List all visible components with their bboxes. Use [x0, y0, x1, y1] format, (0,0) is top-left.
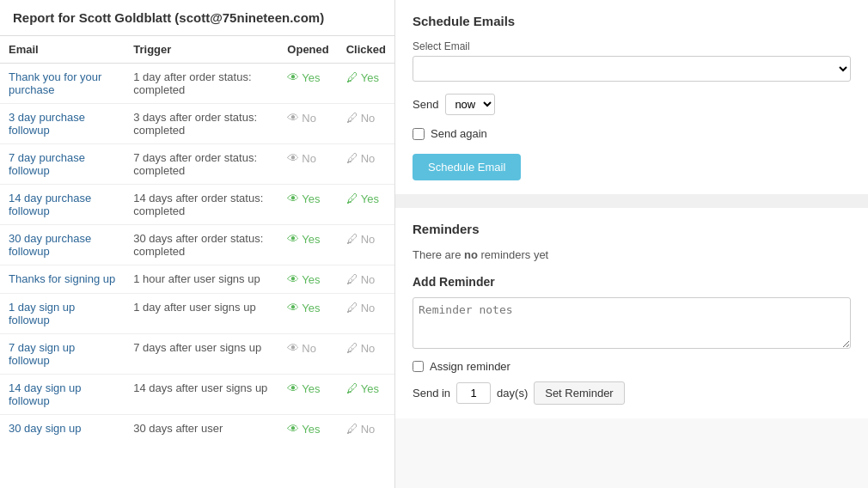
email-cell[interactable]: 7 day purchase followup — [0, 144, 125, 185]
cursor-icon-off: 🖊 — [346, 151, 358, 165]
send-row: Send now — [413, 94, 851, 115]
assign-reminder-row: Assign reminder — [413, 360, 851, 373]
trigger-cell: 14 days after order status: completed — [125, 185, 278, 225]
send-again-checkbox[interactable] — [413, 128, 425, 140]
clicked-cell: 🖊Yes — [338, 64, 394, 104]
opened-cell: 👁No — [278, 104, 337, 144]
clicked-no: No — [361, 233, 376, 246]
clicked-cell: 🖊No — [338, 294, 394, 334]
opened-yes: Yes — [302, 302, 320, 314]
trigger-cell: 3 days after order status: completed — [125, 104, 278, 144]
trigger-cell: 1 day after order status: completed — [125, 64, 278, 104]
email-cell[interactable]: 30 day purchase followup — [0, 225, 125, 265]
left-panel: Report for Scott Goldblatt (scott@75nine… — [0, 0, 395, 488]
section-divider — [395, 201, 868, 208]
email-cell[interactable]: 3 day purchase followup — [0, 104, 125, 144]
opened-cell: 👁Yes — [278, 64, 337, 104]
select-email-dropdown[interactable] — [413, 56, 851, 82]
eye-icon: 👁 — [287, 301, 299, 314]
opened-cell: 👁Yes — [278, 415, 337, 443]
col-opened: Opened — [278, 36, 337, 64]
clicked-cell: 🖊No — [338, 225, 394, 265]
opened-yes: Yes — [302, 423, 320, 436]
opened-yes: Yes — [302, 192, 320, 205]
table-row: 7 day sign up followup7 days after user … — [0, 334, 394, 375]
cursor-icon-off: 🖊 — [346, 232, 358, 246]
eye-icon-off: 👁 — [287, 111, 299, 125]
trigger-cell: 1 hour after user signs up — [125, 265, 278, 294]
email-cell[interactable]: 14 day sign up followup — [0, 375, 125, 415]
right-panel: Schedule Emails Select Email Send now Se… — [395, 0, 868, 488]
trigger-cell: 1 day after user signs up — [125, 294, 278, 334]
email-cell[interactable]: Thanks for signing up — [0, 265, 125, 294]
clicked-cell: 🖊No — [338, 265, 394, 294]
table-row: 3 day purchase followup3 days after orde… — [0, 104, 394, 144]
clicked-no: No — [361, 423, 376, 436]
email-cell[interactable]: 14 day purchase followup — [0, 185, 125, 225]
opened-cell: 👁No — [278, 144, 337, 185]
send-timing-select[interactable]: now — [445, 94, 495, 115]
clicked-no: No — [361, 112, 376, 125]
opened-cell: 👁Yes — [278, 265, 337, 294]
table-row: 14 day purchase followup14 days after or… — [0, 185, 394, 225]
email-cell[interactable]: 30 day sign up — [0, 415, 125, 443]
trigger-cell: 7 days after order status: completed — [125, 144, 278, 185]
opened-yes: Yes — [302, 382, 320, 395]
schedule-email-button[interactable]: Schedule Email — [413, 154, 521, 180]
clicked-cell: 🖊Yes — [338, 375, 394, 415]
eye-icon-off: 👁 — [287, 151, 299, 165]
select-email-label: Select Email — [413, 40, 851, 52]
eye-icon: 👁 — [287, 70, 299, 84]
opened-cell: 👁Yes — [278, 225, 337, 265]
eye-icon: 👁 — [287, 422, 299, 436]
send-label: Send — [413, 98, 438, 111]
table-row: 14 day sign up followup14 days after use… — [0, 375, 394, 415]
days-label: day(s) — [497, 387, 528, 400]
table-row: 30 day purchase followup30 days after or… — [0, 225, 394, 265]
send-again-label: Send again — [431, 127, 487, 140]
assign-reminder-label: Assign reminder — [430, 360, 510, 373]
eye-icon: 👁 — [287, 192, 299, 205]
opened-cell: 👁No — [278, 334, 337, 375]
cursor-icon-off: 🖊 — [346, 272, 358, 286]
email-cell[interactable]: 1 day sign up followup — [0, 294, 125, 334]
no-reminders-text: There are no reminders yet — [413, 248, 851, 261]
clicked-no: No — [361, 152, 376, 165]
schedule-emails-title: Schedule Emails — [413, 14, 851, 28]
cursor-icon: 🖊 — [346, 381, 358, 395]
assign-reminder-checkbox[interactable] — [413, 361, 424, 372]
table-row: 30 day sign up30 days after user👁Yes🖊No — [0, 415, 394, 443]
table-row: 7 day purchase followup7 days after orde… — [0, 144, 394, 185]
reminder-notes-textarea[interactable] — [413, 297, 851, 349]
email-cell[interactable]: Thank you for your purchase — [0, 64, 125, 104]
clicked-yes: Yes — [361, 71, 379, 84]
send-in-days-input[interactable] — [456, 382, 491, 404]
opened-yes: Yes — [302, 71, 320, 84]
trigger-cell: 30 days after order status: completed — [125, 225, 278, 265]
add-reminder-title: Add Reminder — [413, 275, 851, 289]
trigger-cell: 7 days after user signs up — [125, 334, 278, 375]
table-row: Thanks for signing up1 hour after user s… — [0, 265, 394, 294]
clicked-no: No — [361, 342, 376, 355]
email-cell[interactable]: 7 day sign up followup — [0, 334, 125, 375]
email-report-table: Email Trigger Opened Clicked Thank you f… — [0, 36, 394, 442]
opened-cell: 👁Yes — [278, 185, 337, 225]
clicked-cell: 🖊Yes — [338, 185, 394, 225]
clicked-cell: 🖊No — [338, 144, 394, 185]
eye-icon-off: 👁 — [287, 341, 299, 355]
reminders-title: Reminders — [413, 222, 851, 236]
clicked-no: No — [361, 302, 376, 314]
set-reminder-button[interactable]: Set Reminder — [534, 381, 624, 405]
clicked-cell: 🖊No — [338, 415, 394, 443]
col-clicked: Clicked — [338, 36, 394, 64]
clicked-yes: Yes — [361, 382, 379, 395]
col-email: Email — [0, 36, 125, 64]
cursor-icon-off: 🖊 — [346, 301, 358, 314]
table-row: Thank you for your purchase1 day after o… — [0, 64, 394, 104]
clicked-cell: 🖊No — [338, 104, 394, 144]
eye-icon: 👁 — [287, 272, 299, 286]
send-in-label: Send in — [413, 387, 450, 400]
clicked-yes: Yes — [361, 192, 379, 205]
opened-no: No — [302, 152, 316, 165]
opened-yes: Yes — [302, 233, 320, 246]
